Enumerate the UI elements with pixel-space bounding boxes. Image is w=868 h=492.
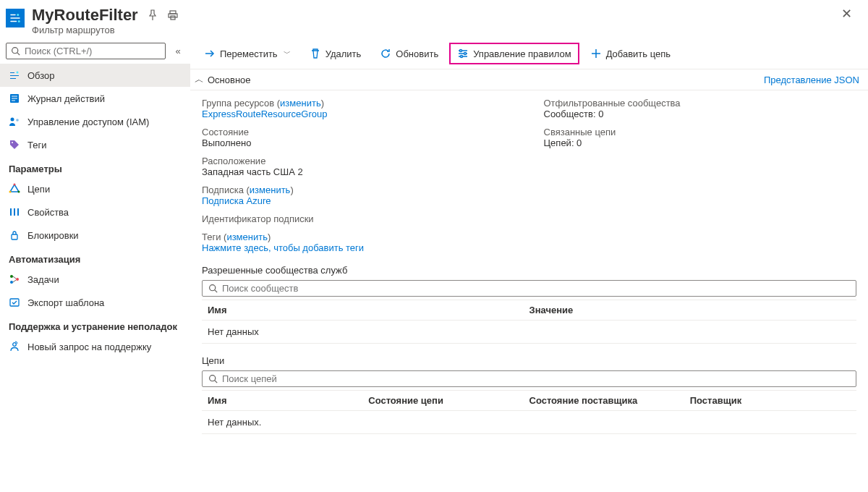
add-tags-link[interactable]: Нажмите здесь, чтобы добавить теги [202,242,856,253]
essentials-header[interactable]: ︿ Основное Представление JSON [190,69,868,90]
svg-point-11 [14,184,16,186]
svg-point-12 [9,191,12,193]
collapse-sidebar-icon[interactable]: « [171,46,184,56]
main-content: Переместить ﹀ Удалить Обновить Управлен [190,38,868,490]
lock-icon [9,229,20,241]
sidebar-item-export-template[interactable]: Экспорт шаблона [0,291,190,314]
sidebar-item-iam[interactable]: Управление доступом (IAM) [0,110,190,133]
add-circuit-button-label: Добавить цепь [606,48,671,59]
tasks-icon [9,273,20,285]
chevron-down-icon: ﹀ [284,48,291,59]
support-icon [9,341,20,352]
print-icon[interactable] [167,9,179,21]
overview-icon [9,69,20,81]
sidebar-item-new-support[interactable]: Новый запрос на поддержку [0,335,190,358]
sidebar-item-properties[interactable]: Свойства [0,200,190,224]
svg-rect-18 [10,299,19,306]
svg-point-23 [210,285,216,291]
sidebar-item-label: Обзор [27,70,55,81]
sidebar-item-label: Управление доступом (IAM) [27,116,149,127]
properties-icon [9,206,20,218]
move-icon [204,48,216,59]
table-header: Имя Состояние цепи Состояние поставщика … [202,390,856,411]
change-rg-link[interactable]: изменить [280,98,321,109]
delete-button[interactable]: Удалить [302,43,370,64]
svg-rect-14 [12,234,17,239]
refresh-button[interactable]: Обновить [372,43,446,64]
svg-point-24 [210,376,216,381]
svg-point-16 [10,281,13,284]
col-value: Значение [529,305,851,315]
change-sub-link[interactable]: изменить [250,184,291,195]
svg-point-22 [461,56,463,58]
sidebar-item-label: Теги [27,140,46,150]
svg-point-1 [18,20,20,22]
svg-point-5 [12,48,18,54]
svg-point-8 [11,118,14,122]
sidebar-item-tags[interactable]: Теги [0,133,190,156]
svg-point-19 [13,343,17,347]
export-icon [9,297,20,308]
table-header: Имя Значение [202,300,856,321]
svg-point-17 [16,278,19,281]
svg-point-0 [17,14,19,16]
pin-icon[interactable] [147,9,158,21]
sidebar-group-automation: Автоматизация [0,247,190,268]
search-icon [208,284,218,293]
page-subtitle: Фильтр маршрутов [32,25,830,35]
page-title: MyRouteFilter [32,6,138,25]
svg-point-21 [464,53,467,55]
col-provider-state: Состояние поставщика [529,395,690,406]
field-state: Состояние Выполнено [202,127,515,148]
svg-point-9 [16,119,19,122]
sidebar-item-overview[interactable]: Обзор [0,64,190,87]
manage-rule-button[interactable]: Управление правилом [449,43,579,64]
search-icon [208,374,218,383]
sidebar-item-locks[interactable]: Блокировки [0,224,190,247]
sidebar-item-activity-log[interactable]: Журнал действий [0,87,190,110]
sidebar-item-label: Цепи [27,184,50,195]
delete-icon [310,48,321,59]
field-resource-group: Группа ресурсов (изменить) ExpressRouteR… [202,98,515,119]
sidebar-search-input[interactable] [25,46,161,56]
field-subscription: Подписка (изменить) Подписка Azure [202,184,515,206]
sidebar-item-label: Журнал действий [27,93,105,104]
table-empty-row: Нет данных. [202,411,856,434]
sidebar-item-circuits[interactable]: Цепи [0,177,190,200]
sidebar-item-label: Экспорт шаблона [27,297,104,308]
resource-group-link[interactable]: ExpressRouteResourceGroup [202,109,515,119]
section-title: Цепи [202,355,856,366]
communities-search-input[interactable] [222,283,850,294]
tag-icon [9,139,20,150]
change-tags-link[interactable]: изменить [226,232,268,242]
circuits-search[interactable] [202,370,856,387]
json-view-link[interactable]: Представление JSON [764,75,859,85]
add-circuit-button[interactable]: Добавить цепь [582,43,678,64]
field-linked-circuits: Связанные цепи Цепей: 0 [544,127,857,148]
move-button[interactable]: Переместить ﹀ [196,43,299,64]
sidebar-item-tasks[interactable]: Задачи [0,268,190,291]
sidebar-item-label: Свойства [27,207,69,218]
essentials-grid: Группа ресурсов (изменить) ExpressRouteR… [190,90,868,232]
plus-icon [590,48,602,59]
col-name: Имя [208,305,529,315]
sidebar: « Обзор Журнал действий Управление досту… [0,38,190,490]
section-title: Разрешенные сообщества служб [202,265,856,276]
log-icon [9,93,20,104]
svg-point-13 [18,191,20,193]
sidebar-item-label: Новый запрос на поддержку [27,342,151,352]
communities-search[interactable] [202,280,856,297]
section-allowed-communities: Разрешенные сообщества служб Имя Значени… [190,259,868,349]
circuits-search-input[interactable] [222,373,850,384]
subscription-link[interactable]: Подписка Azure [202,195,515,206]
close-icon[interactable]: ✕ [837,6,856,22]
resource-type-icon [6,9,25,27]
search-icon [11,46,20,56]
refresh-button-label: Обновить [396,48,438,59]
sidebar-item-label: Блокировки [27,230,79,241]
field-subscription-id: Идентификатор подписки [202,213,515,224]
essentials-title: Основное [208,75,251,85]
svg-point-15 [10,275,13,278]
sidebar-search[interactable] [6,43,166,59]
command-bar: Переместить ﹀ Удалить Обновить Управлен [190,38,868,69]
